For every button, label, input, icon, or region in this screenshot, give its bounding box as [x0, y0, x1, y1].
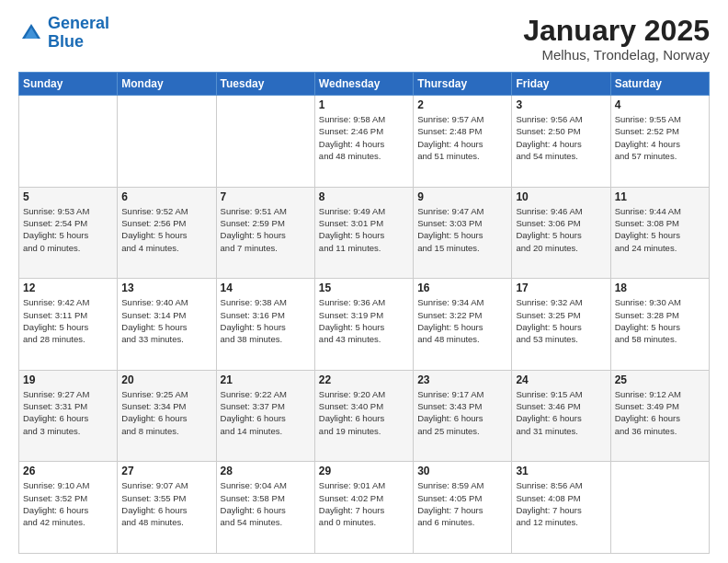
calendar-week-row: 5Sunrise: 9:53 AM Sunset: 2:54 PM Daylig… — [19, 187, 710, 279]
calendar-cell: 23Sunrise: 9:17 AM Sunset: 3:43 PM Dayli… — [414, 370, 512, 462]
calendar-header-row: SundayMondayTuesdayWednesdayThursdayFrid… — [19, 73, 710, 96]
day-info: Sunrise: 9:47 AM Sunset: 3:03 PM Dayligh… — [417, 205, 507, 254]
calendar-cell: 12Sunrise: 9:42 AM Sunset: 3:11 PM Dayli… — [19, 279, 118, 371]
calendar-cell — [118, 96, 216, 188]
calendar-cell — [610, 462, 709, 554]
day-info: Sunrise: 9:12 AM Sunset: 3:49 PM Dayligh… — [615, 388, 705, 437]
month-title: January 2025 — [523, 15, 710, 47]
day-info: Sunrise: 9:57 AM Sunset: 2:48 PM Dayligh… — [417, 113, 507, 162]
day-info: Sunrise: 9:56 AM Sunset: 2:50 PM Dayligh… — [516, 113, 606, 162]
header: General Blue January 2025 Melhus, Tronde… — [18, 15, 710, 63]
day-info: Sunrise: 9:32 AM Sunset: 3:25 PM Dayligh… — [516, 296, 606, 345]
calendar-cell: 7Sunrise: 9:51 AM Sunset: 2:59 PM Daylig… — [216, 187, 314, 279]
day-info: Sunrise: 9:49 AM Sunset: 3:01 PM Dayligh… — [319, 205, 409, 254]
calendar-cell: 21Sunrise: 9:22 AM Sunset: 3:37 PM Dayli… — [216, 370, 314, 462]
day-info: Sunrise: 9:53 AM Sunset: 2:54 PM Dayligh… — [23, 205, 113, 254]
day-info: Sunrise: 9:15 AM Sunset: 3:46 PM Dayligh… — [516, 388, 606, 437]
calendar-cell: 22Sunrise: 9:20 AM Sunset: 3:40 PM Dayli… — [314, 370, 413, 462]
logo-blue: Blue — [48, 32, 84, 51]
day-number: 15 — [319, 282, 409, 294]
calendar-week-row: 12Sunrise: 9:42 AM Sunset: 3:11 PM Dayli… — [19, 279, 710, 371]
weekday-header: Sunday — [19, 73, 118, 96]
calendar-cell: 2Sunrise: 9:57 AM Sunset: 2:48 PM Daylig… — [414, 96, 512, 188]
calendar-cell: 1Sunrise: 9:58 AM Sunset: 2:46 PM Daylig… — [314, 96, 413, 188]
page: General Blue January 2025 Melhus, Tronde… — [0, 0, 728, 563]
day-number: 29 — [319, 465, 409, 477]
day-info: Sunrise: 9:04 AM Sunset: 3:58 PM Dayligh… — [221, 479, 311, 528]
calendar-cell: 17Sunrise: 9:32 AM Sunset: 3:25 PM Dayli… — [512, 279, 610, 371]
calendar-cell: 30Sunrise: 8:59 AM Sunset: 4:05 PM Dayli… — [414, 462, 512, 554]
day-number: 6 — [121, 190, 211, 203]
day-number: 4 — [615, 98, 705, 111]
calendar-cell: 6Sunrise: 9:52 AM Sunset: 2:56 PM Daylig… — [118, 187, 216, 279]
calendar-cell: 16Sunrise: 9:34 AM Sunset: 3:22 PM Dayli… — [414, 279, 512, 371]
calendar-cell: 5Sunrise: 9:53 AM Sunset: 2:54 PM Daylig… — [19, 187, 118, 279]
day-number: 1 — [319, 98, 409, 111]
logo-general: General — [48, 14, 109, 32]
day-info: Sunrise: 9:01 AM Sunset: 4:02 PM Dayligh… — [319, 479, 409, 528]
day-number: 17 — [516, 282, 606, 294]
calendar-cell: 11Sunrise: 9:44 AM Sunset: 3:08 PM Dayli… — [610, 187, 709, 279]
day-info: Sunrise: 9:17 AM Sunset: 3:43 PM Dayligh… — [417, 388, 507, 437]
calendar-cell: 28Sunrise: 9:04 AM Sunset: 3:58 PM Dayli… — [216, 462, 314, 554]
calendar-cell: 8Sunrise: 9:49 AM Sunset: 3:01 PM Daylig… — [314, 187, 413, 279]
day-info: Sunrise: 9:40 AM Sunset: 3:14 PM Dayligh… — [121, 296, 211, 345]
calendar-cell: 27Sunrise: 9:07 AM Sunset: 3:55 PM Dayli… — [118, 462, 216, 554]
weekday-header: Thursday — [414, 73, 512, 96]
weekday-header: Wednesday — [314, 73, 413, 96]
day-number: 26 — [23, 465, 113, 477]
day-info: Sunrise: 9:27 AM Sunset: 3:31 PM Dayligh… — [23, 388, 113, 437]
calendar-cell: 18Sunrise: 9:30 AM Sunset: 3:28 PM Dayli… — [610, 279, 709, 371]
day-number: 18 — [615, 282, 705, 294]
day-number: 14 — [221, 282, 311, 294]
day-number: 8 — [319, 190, 409, 203]
calendar-cell: 19Sunrise: 9:27 AM Sunset: 3:31 PM Dayli… — [19, 370, 118, 462]
day-info: Sunrise: 9:58 AM Sunset: 2:46 PM Dayligh… — [319, 113, 409, 162]
day-info: Sunrise: 9:20 AM Sunset: 3:40 PM Dayligh… — [319, 388, 409, 437]
calendar-cell: 13Sunrise: 9:40 AM Sunset: 3:14 PM Dayli… — [118, 279, 216, 371]
day-info: Sunrise: 9:38 AM Sunset: 3:16 PM Dayligh… — [221, 296, 311, 345]
day-info: Sunrise: 9:30 AM Sunset: 3:28 PM Dayligh… — [615, 296, 705, 345]
calendar-cell: 15Sunrise: 9:36 AM Sunset: 3:19 PM Dayli… — [314, 279, 413, 371]
day-number: 31 — [516, 465, 606, 477]
day-number: 30 — [417, 465, 507, 477]
calendar-cell: 31Sunrise: 8:56 AM Sunset: 4:08 PM Dayli… — [512, 462, 610, 554]
calendar-cell: 3Sunrise: 9:56 AM Sunset: 2:50 PM Daylig… — [512, 96, 610, 188]
day-info: Sunrise: 9:42 AM Sunset: 3:11 PM Dayligh… — [23, 296, 113, 345]
logo-icon — [18, 20, 44, 46]
weekday-header: Monday — [118, 73, 216, 96]
day-info: Sunrise: 8:59 AM Sunset: 4:05 PM Dayligh… — [417, 479, 507, 528]
day-info: Sunrise: 9:34 AM Sunset: 3:22 PM Dayligh… — [417, 296, 507, 345]
logo-text: General Blue — [48, 15, 109, 52]
day-number: 2 — [417, 98, 507, 111]
calendar-cell: 26Sunrise: 9:10 AM Sunset: 3:52 PM Dayli… — [19, 462, 118, 554]
day-number: 20 — [121, 373, 211, 386]
weekday-header: Saturday — [610, 73, 709, 96]
day-info: Sunrise: 9:51 AM Sunset: 2:59 PM Dayligh… — [221, 205, 311, 254]
day-number: 11 — [615, 190, 705, 203]
day-number: 9 — [417, 190, 507, 203]
calendar-table: SundayMondayTuesdayWednesdayThursdayFrid… — [18, 72, 710, 554]
day-number: 13 — [121, 282, 211, 294]
day-number: 24 — [516, 373, 606, 386]
title-block: January 2025 Melhus, Trondelag, Norway — [523, 15, 710, 63]
day-info: Sunrise: 9:44 AM Sunset: 3:08 PM Dayligh… — [615, 205, 705, 254]
day-number: 7 — [221, 190, 311, 203]
calendar-cell: 9Sunrise: 9:47 AM Sunset: 3:03 PM Daylig… — [414, 187, 512, 279]
calendar-cell: 10Sunrise: 9:46 AM Sunset: 3:06 PM Dayli… — [512, 187, 610, 279]
calendar-cell: 25Sunrise: 9:12 AM Sunset: 3:49 PM Dayli… — [610, 370, 709, 462]
day-number: 3 — [516, 98, 606, 111]
calendar-week-row: 19Sunrise: 9:27 AM Sunset: 3:31 PM Dayli… — [19, 370, 710, 462]
calendar-cell: 14Sunrise: 9:38 AM Sunset: 3:16 PM Dayli… — [216, 279, 314, 371]
day-number: 16 — [417, 282, 507, 294]
calendar-cell — [216, 96, 314, 188]
day-number: 12 — [23, 282, 113, 294]
calendar-cell: 20Sunrise: 9:25 AM Sunset: 3:34 PM Dayli… — [118, 370, 216, 462]
calendar-cell: 24Sunrise: 9:15 AM Sunset: 3:46 PM Dayli… — [512, 370, 610, 462]
calendar-cell: 29Sunrise: 9:01 AM Sunset: 4:02 PM Dayli… — [314, 462, 413, 554]
location: Melhus, Trondelag, Norway — [523, 47, 710, 63]
day-number: 25 — [615, 373, 705, 386]
day-info: Sunrise: 8:56 AM Sunset: 4:08 PM Dayligh… — [516, 479, 606, 528]
day-number: 19 — [23, 373, 113, 386]
day-info: Sunrise: 9:25 AM Sunset: 3:34 PM Dayligh… — [121, 388, 211, 437]
